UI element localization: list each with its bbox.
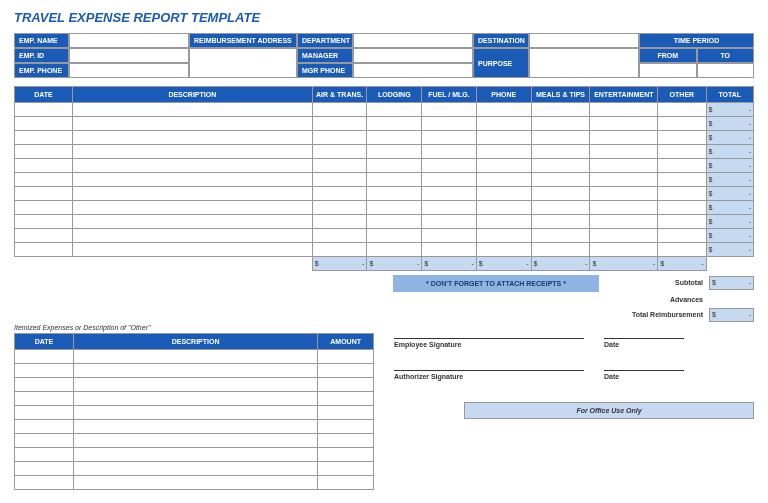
total-reimb-label: Total Reimbursement: [599, 311, 709, 318]
dept-label: DEPARTMENT: [297, 33, 353, 48]
table-row[interactable]: [15, 434, 374, 448]
itemized-section: Itemized Expenses or Description of "Oth…: [14, 324, 374, 490]
emp-name-value[interactable]: [69, 33, 189, 48]
itemized-col-date: DATE: [15, 334, 74, 350]
page-title: TRAVEL EXPENSE REPORT TEMPLATE: [14, 10, 754, 25]
authorizer-date-label: Date: [604, 370, 684, 380]
advances-value[interactable]: [709, 293, 754, 307]
table-row[interactable]: [15, 406, 374, 420]
col-air-trans: AIR & TRANS.: [312, 87, 367, 103]
manager-value[interactable]: [353, 48, 473, 63]
mgr-phone-label: MGR PHONE: [297, 63, 353, 78]
table-row[interactable]: [15, 462, 374, 476]
table-row[interactable]: $-: [15, 215, 754, 229]
col-meals-tips: MEALS & TIPS: [531, 87, 590, 103]
table-row[interactable]: $-: [15, 201, 754, 215]
to-label: TO: [697, 48, 755, 63]
table-row[interactable]: [15, 392, 374, 406]
table-row[interactable]: [15, 476, 374, 490]
advances-label: Advances: [599, 296, 709, 303]
office-use-box: For Office Use Only: [464, 402, 754, 419]
col-description: DESCRIPTION: [72, 87, 312, 103]
itemized-table: DATE DESCRIPTION AMOUNT: [14, 333, 374, 490]
table-row[interactable]: $-: [15, 173, 754, 187]
subtotal-label: Subtotal: [599, 279, 709, 286]
table-row[interactable]: $-: [15, 117, 754, 131]
from-value[interactable]: [639, 63, 697, 78]
to-value[interactable]: [697, 63, 755, 78]
employee-info-grid: EMP. NAME EMP. ID EMP. PHONE REIMBURSEME…: [14, 33, 754, 78]
itemized-title: Itemized Expenses or Description of "Oth…: [14, 324, 374, 331]
table-row[interactable]: [15, 420, 374, 434]
col-other: OTHER: [658, 87, 706, 103]
col-fuel-mlg: FUEL / MLG.: [422, 87, 477, 103]
table-row[interactable]: $-: [15, 103, 754, 117]
subtotal-value: $-: [709, 276, 754, 290]
dept-value[interactable]: [353, 33, 473, 48]
table-row[interactable]: [15, 448, 374, 462]
sum-row: $- $- $- $- $- $- $-: [15, 257, 754, 271]
col-entertainment: ENTERTAINMENT: [590, 87, 658, 103]
table-row[interactable]: $-: [15, 145, 754, 159]
col-lodging: LODGING: [367, 87, 422, 103]
emp-phone-label: EMP. PHONE: [14, 63, 69, 78]
emp-id-value[interactable]: [69, 48, 189, 63]
table-row[interactable]: [15, 378, 374, 392]
mgr-phone-value[interactable]: [353, 63, 473, 78]
time-period-label: TIME PERIOD: [639, 33, 754, 48]
itemized-col-description: DESCRIPTION: [73, 334, 317, 350]
reminder-note: * DON'T FORGET TO ATTACH RECEIPTS *: [393, 275, 599, 292]
col-date: DATE: [15, 87, 73, 103]
table-row[interactable]: $-: [15, 187, 754, 201]
employee-signature-label: Employee Signature: [394, 338, 584, 348]
table-row[interactable]: [15, 350, 374, 364]
col-total: TOTAL: [706, 87, 753, 103]
purpose-value[interactable]: [529, 48, 639, 78]
manager-label: MANAGER: [297, 48, 353, 63]
emp-name-label: EMP. NAME: [14, 33, 69, 48]
table-row[interactable]: $-: [15, 229, 754, 243]
table-row[interactable]: $-: [15, 243, 754, 257]
destination-label: DESTINATION: [473, 33, 529, 48]
emp-phone-value[interactable]: [69, 63, 189, 78]
expense-table: DATE DESCRIPTION AIR & TRANS. LODGING FU…: [14, 86, 754, 271]
destination-value[interactable]: [529, 33, 639, 48]
total-reimb-value: $-: [709, 308, 754, 322]
authorizer-signature-label: Authorizer Signature: [394, 370, 584, 380]
table-row[interactable]: [15, 364, 374, 378]
employee-date-label: Date: [604, 338, 684, 348]
from-label: FROM: [639, 48, 697, 63]
reimb-addr-label: REIMBURSEMENT ADDRESS: [189, 33, 297, 48]
table-row[interactable]: $-: [15, 131, 754, 145]
table-row[interactable]: $-: [15, 159, 754, 173]
signatures-section: Employee Signature Date Authorizer Signa…: [394, 324, 754, 490]
purpose-label: PURPOSE: [473, 48, 529, 78]
col-phone: PHONE: [476, 87, 531, 103]
emp-id-label: EMP. ID: [14, 48, 69, 63]
reimb-addr-value[interactable]: [189, 48, 297, 78]
itemized-col-amount: AMOUNT: [318, 334, 374, 350]
